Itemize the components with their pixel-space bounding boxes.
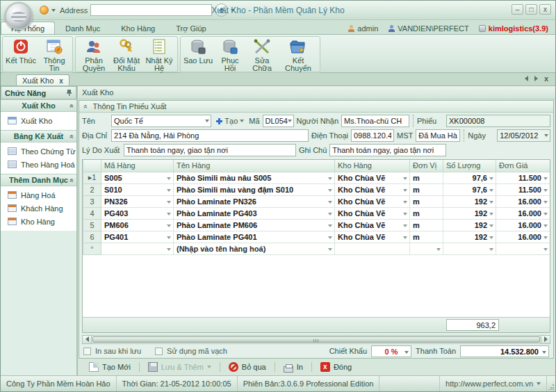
tab-danh-muc[interactable]: Danh Mục bbox=[55, 22, 111, 34]
cell-qty[interactable] bbox=[443, 243, 496, 254]
tab-kho-hang[interactable]: Kho Hàng bbox=[111, 22, 165, 34]
sidebar-item-hang-hoa[interactable]: Hàng Hoá bbox=[1, 188, 76, 202]
dropdown-icon[interactable] bbox=[404, 351, 409, 354]
cell-code[interactable]: S005 bbox=[101, 172, 174, 183]
tab-tro-giup[interactable]: Trợ Giúp bbox=[165, 22, 216, 34]
payment-combo[interactable]: 14.532.800 bbox=[460, 345, 549, 357]
col-don-gia[interactable]: Đơn Giá bbox=[496, 160, 550, 172]
cell-qty[interactable]: 192 bbox=[443, 195, 496, 207]
cell-price[interactable]: 11.500 bbox=[496, 183, 550, 195]
table-row[interactable]: 3 PN326 Phào Laminate PN326 Kho Chùa Vẽ … bbox=[83, 195, 550, 207]
dropdown-icon[interactable] bbox=[542, 351, 546, 354]
scroll-left-icon[interactable] bbox=[82, 335, 92, 344]
use-barcode-checkbox[interactable] bbox=[155, 348, 163, 355]
cell-code[interactable]: S010 bbox=[101, 183, 174, 195]
thong-tin-button[interactable]: Thông Tin bbox=[38, 38, 70, 72]
doc-tab-close-icon[interactable]: x bbox=[59, 77, 63, 85]
theme-icon[interactable] bbox=[40, 6, 49, 15]
cell-code[interactable]: PM606 bbox=[101, 219, 174, 231]
cell-warehouse[interactable]: Kho Chùa Vẽ bbox=[335, 195, 410, 207]
sidebar-group-them-danh-muc[interactable]: Thêm Danh Mục» bbox=[1, 174, 76, 186]
address-options-icon[interactable] bbox=[231, 9, 235, 12]
cell-unit[interactable]: m bbox=[410, 183, 443, 195]
ma-combo[interactable] bbox=[263, 115, 294, 127]
cell-qty[interactable]: 192 bbox=[443, 219, 496, 231]
minimize-button[interactable]: – bbox=[512, 4, 523, 15]
cell-name[interactable]: Phào Laminate PG403 bbox=[174, 207, 335, 219]
col-kho-hang[interactable]: Kho Hàng bbox=[335, 160, 410, 172]
cell-price[interactable] bbox=[496, 243, 550, 254]
col-ma-hang[interactable]: Mã Hàng bbox=[101, 160, 174, 172]
cell-unit[interactable]: m bbox=[410, 207, 443, 219]
dong-button[interactable]: x Đóng bbox=[315, 361, 357, 373]
doi-mat-khau-button[interactable]: Đổi Mật Khẩu bbox=[111, 38, 142, 72]
tao-button[interactable]: Tạo bbox=[214, 117, 246, 125]
table-row[interactable]: 2 S010 Phào Simili màu vàng đậm S010 Kho… bbox=[83, 183, 550, 195]
cell-warehouse[interactable]: Kho Chùa Vẽ bbox=[335, 183, 410, 195]
ten-combo[interactable] bbox=[111, 115, 211, 127]
table-row[interactable]: 6 PG401 Phào Laminate PG401 Kho Chùa Vẽ … bbox=[83, 231, 550, 243]
cell-warehouse[interactable]: Kho Chùa Vẽ bbox=[335, 172, 410, 183]
ly-do-input[interactable] bbox=[124, 144, 296, 156]
dropdown-icon[interactable] bbox=[288, 120, 292, 122]
dia-chi-input[interactable] bbox=[111, 129, 309, 142]
cell-warehouse[interactable]: Kho Chùa Vẽ bbox=[335, 207, 410, 219]
cell-unit[interactable]: m bbox=[410, 172, 443, 183]
cell-price[interactable]: 16.000 bbox=[496, 231, 550, 243]
bo-qua-button[interactable]: Bỏ qua bbox=[223, 361, 272, 373]
cell-unit[interactable]: m bbox=[410, 231, 443, 243]
horizontal-scrollbar[interactable] bbox=[82, 334, 550, 344]
section-header[interactable]: » Thông Tin Phiếu Xuất bbox=[79, 101, 553, 113]
tao-moi-button[interactable]: Tạo Mới bbox=[83, 361, 136, 373]
table-row[interactable]: 4 PG403 Phào Laminate PG403 Kho Chùa Vẽ … bbox=[83, 207, 550, 219]
sao-luu-button[interactable]: Sao Lưu bbox=[183, 38, 213, 65]
cell-qty[interactable]: 192 bbox=[443, 207, 496, 219]
cell-code[interactable]: PN326 bbox=[101, 195, 174, 207]
sidebar-item-xuat-kho[interactable]: Xuất Kho bbox=[1, 114, 76, 127]
discount-combo[interactable]: 0 % bbox=[371, 345, 411, 357]
cell-code[interactable] bbox=[101, 243, 174, 254]
sua-chua-button[interactable]: Sửa Chữa bbox=[247, 38, 277, 72]
resize-grip[interactable] bbox=[547, 376, 555, 391]
cell-price[interactable]: 16.000 bbox=[496, 195, 550, 207]
in-button[interactable]: In bbox=[278, 361, 309, 373]
theme-dropdown-icon[interactable] bbox=[51, 9, 56, 12]
col-don-vi[interactable]: Đơn Vị bbox=[410, 160, 443, 172]
dropdown-icon[interactable] bbox=[537, 382, 541, 385]
sidebar-group-xuat-kho[interactable]: Xuất Kho» bbox=[1, 99, 76, 112]
cell-warehouse[interactable]: Kho Chùa Vẽ bbox=[335, 219, 410, 231]
luu-them-button[interactable]: Lưu & Thêm bbox=[142, 361, 217, 373]
app-orb-button[interactable] bbox=[5, 2, 33, 30]
sidebar-item-kho-hang[interactable]: Kho Hàng bbox=[1, 215, 76, 228]
close-tab-icon[interactable]: x bbox=[544, 74, 548, 83]
ghi-chu-input[interactable] bbox=[329, 144, 446, 156]
sidebar-item-theo-hang-hoa[interactable]: Theo Hàng Hoá bbox=[1, 158, 76, 171]
new-row[interactable]: * (Nhập vào tên hàng hoá) bbox=[83, 243, 550, 254]
pin-icon[interactable] bbox=[66, 89, 72, 97]
cell-unit[interactable]: m bbox=[410, 195, 443, 207]
print-after-save-checkbox[interactable] bbox=[83, 348, 91, 355]
sidebar-item-khach-hang[interactable]: Khách Hàng bbox=[1, 202, 76, 215]
cell-price[interactable]: 16.000 bbox=[496, 207, 550, 219]
maximize-button[interactable]: □ bbox=[525, 4, 537, 15]
cell-qty[interactable]: 97,6 bbox=[443, 172, 496, 183]
phuc-hoi-button[interactable]: Phục Hồi bbox=[215, 38, 245, 72]
cell-unit[interactable]: m bbox=[410, 219, 443, 231]
ngay-input[interactable] bbox=[497, 129, 550, 142]
cell-name[interactable]: Phào Laminate PN326 bbox=[174, 195, 335, 207]
dropdown-icon[interactable] bbox=[240, 120, 244, 122]
scroll-right-icon[interactable] bbox=[541, 335, 550, 344]
cell-unit[interactable] bbox=[410, 243, 443, 254]
ngay-combo[interactable] bbox=[497, 129, 550, 142]
scroll-tabs-left-icon[interactable] bbox=[525, 76, 528, 81]
cell-name[interactable]: Phào Laminate PM606 bbox=[174, 219, 335, 231]
scrollbar-thumb[interactable] bbox=[92, 336, 540, 343]
dropdown-icon[interactable] bbox=[544, 134, 548, 137]
cell-warehouse[interactable] bbox=[335, 243, 410, 254]
doc-tab-xuat-kho[interactable]: Xuất Kho x bbox=[16, 74, 70, 85]
sidebar-item-theo-chung-tu[interactable]: Theo Chứng Từ bbox=[1, 145, 76, 158]
ket-chuyen-button[interactable]: Kết Chuyển bbox=[279, 38, 318, 72]
cell-price[interactable]: 11.500 bbox=[496, 172, 550, 183]
cell-name[interactable]: Phào Simili màu vàng đậm S010 bbox=[174, 183, 335, 195]
status-url[interactable]: http://www.perfect.com.vn bbox=[439, 376, 547, 391]
